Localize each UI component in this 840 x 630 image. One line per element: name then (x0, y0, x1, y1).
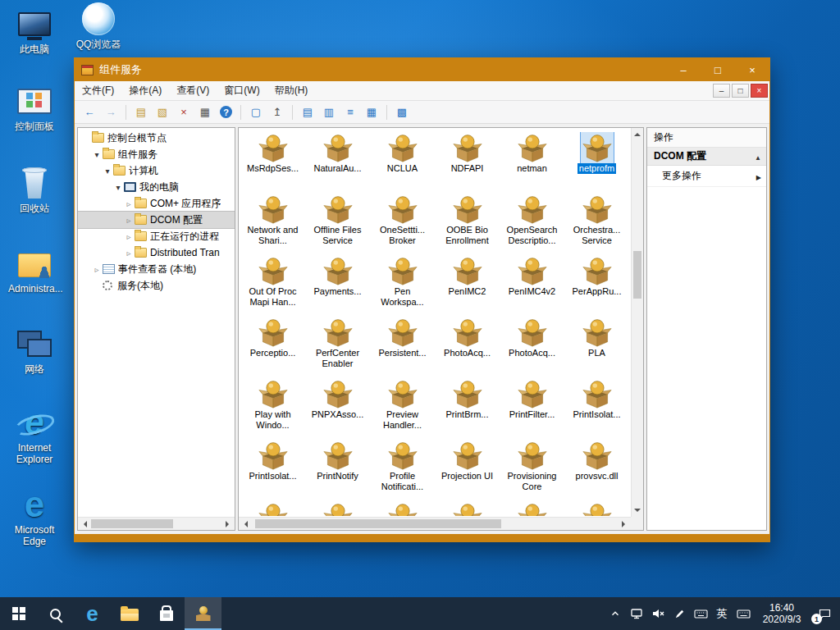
dcom-app-item[interactable] (371, 501, 435, 516)
desktop-icon[interactable]: Internet Explorer (8, 405, 61, 465)
dcom-app-item[interactable]: Payments... (306, 255, 370, 317)
dcom-app-item[interactable]: PLA (565, 317, 629, 378)
dcom-app-item[interactable] (565, 501, 629, 516)
search-button[interactable] (37, 597, 74, 630)
dcom-app-item[interactable]: Provisioning Core (500, 440, 564, 501)
taskbar-clock[interactable]: 16:40 2020/9/3 (755, 597, 809, 630)
help-button[interactable]: ? (220, 106, 232, 118)
small-icons-view-button[interactable]: ▥ (319, 103, 339, 121)
menu-item[interactable]: 窗口(W) (217, 81, 267, 100)
toolbar-separator[interactable] (126, 105, 126, 120)
volume-muted-icon[interactable] (648, 597, 668, 630)
dcom-app-item[interactable]: Perceptio... (241, 317, 305, 378)
edge-taskbar-icon[interactable] (74, 597, 111, 630)
dcom-app-item[interactable]: Profile Notificati... (371, 440, 435, 501)
dcom-app-item[interactable]: PenIMC4v2 (500, 255, 564, 317)
scroll-right-arrow[interactable] (622, 521, 628, 527)
tray-chevron-up-icon[interactable] (605, 597, 625, 630)
toolbar-separator[interactable] (292, 105, 293, 120)
scrollbar-thumb[interactable] (255, 519, 501, 528)
details-view-button[interactable]: ▦ (362, 103, 381, 121)
tree-item[interactable]: 我的电脑 (78, 179, 235, 195)
tree-horizontal-scrollbar[interactable] (78, 517, 235, 530)
dcom-app-item[interactable]: Network and Shari... (241, 194, 305, 255)
dcom-app-item[interactable]: Pen Workspa... (371, 255, 435, 317)
dcom-app-item[interactable]: PrintNotify (306, 440, 370, 501)
dcom-app-item[interactable] (436, 501, 500, 516)
tree-expander-icon[interactable] (124, 216, 134, 225)
menu-item[interactable]: 操作(A) (121, 81, 169, 100)
collapse-icon[interactable] (755, 151, 761, 162)
dcom-app-item[interactable]: provsvc.dll (565, 440, 629, 501)
list-horizontal-scrollbar[interactable] (239, 517, 631, 530)
tree-expander-icon[interactable] (124, 232, 134, 241)
tree-expander-icon[interactable] (103, 167, 112, 176)
menu-item[interactable]: 文件(F) (75, 81, 121, 100)
action-center-icon[interactable]: 1 (810, 597, 838, 630)
tree-item[interactable]: COM+ 应用程序 (78, 195, 235, 212)
store-taskbar-icon[interactable] (148, 597, 185, 630)
dcom-app-item[interactable] (241, 501, 305, 516)
tree-expander-icon[interactable] (124, 249, 134, 258)
back-button[interactable]: ← (80, 103, 99, 121)
tree-item[interactable]: Distributed Tran (78, 244, 235, 261)
delete-button[interactable]: × (174, 103, 194, 121)
dcom-app-item[interactable]: PhotoAcq... (436, 317, 500, 378)
forward-button[interactable]: → (101, 103, 121, 121)
dcom-app-item[interactable]: OOBE Bio Enrollment (436, 194, 500, 255)
dcom-app-item[interactable]: PNPXAsso... (306, 378, 370, 440)
new-window-button[interactable]: ▧ (153, 103, 172, 121)
child-minimize-button[interactable]: – (713, 84, 730, 98)
dcom-app-item[interactable]: NaturalAu... (306, 132, 370, 194)
dcom-app-item[interactable]: PrintBrm... (436, 378, 500, 440)
dcom-app-item[interactable]: PrintFilter... (500, 378, 564, 440)
desktop-icon[interactable]: Microsoft Edge (8, 487, 61, 547)
dcom-app-item[interactable]: Projection UI (436, 440, 500, 501)
large-icons-view-button[interactable]: ▤ (298, 103, 317, 121)
dcom-app-item[interactable]: PrintIsolat... (241, 440, 305, 501)
scrollbar-thumb[interactable] (91, 519, 173, 528)
tree-expander-icon[interactable] (92, 265, 102, 274)
tree-item[interactable]: 服务(本地) (78, 277, 235, 294)
dcom-app-item[interactable]: PerfCenter Enabler (306, 317, 370, 378)
close-button[interactable]: × (735, 58, 769, 81)
scrollbar-thumb[interactable] (633, 251, 641, 299)
scroll-up-arrow[interactable] (634, 130, 641, 136)
more-actions-item[interactable]: 更多操作 (647, 166, 766, 187)
show-hide-tree-button[interactable]: ▢ (246, 103, 266, 121)
keyboard-tray-icon[interactable] (691, 597, 710, 630)
desktop-icon[interactable]: 控制面板 (8, 84, 61, 132)
minimize-button[interactable]: – (666, 58, 701, 81)
network-tray-icon[interactable] (627, 597, 646, 630)
tree-item[interactable]: DCOM 配置 (78, 212, 235, 228)
tree-expander-icon[interactable] (124, 199, 134, 208)
customize-view-button[interactable]: ▩ (392, 103, 412, 121)
touch-keyboard-icon[interactable] (733, 597, 753, 630)
dcom-app-item[interactable] (500, 501, 564, 516)
toolbar-separator[interactable] (240, 105, 241, 120)
dcom-app-item[interactable] (306, 501, 370, 516)
toolbar-separator[interactable] (386, 105, 387, 120)
dcom-app-item[interactable]: OpenSearch Descriptio... (500, 194, 564, 255)
dcom-app-item[interactable]: NDFAPI (436, 132, 500, 194)
dcom-app-item[interactable]: PerAppRu... (565, 255, 629, 317)
dcom-app-item[interactable]: Orchestra... Service (565, 194, 629, 255)
scroll-right-arrow[interactable] (226, 521, 232, 527)
dcom-app-item[interactable]: Persistent... (371, 317, 435, 378)
scroll-left-arrow[interactable] (241, 521, 248, 527)
child-restore-button[interactable]: □ (732, 84, 749, 98)
menu-item[interactable]: 查看(V) (169, 81, 217, 100)
dcom-app-item[interactable]: Preview Handler... (371, 378, 435, 440)
tree-item[interactable]: 正在运行的进程 (78, 228, 235, 244)
scroll-left-arrow[interactable] (80, 521, 87, 527)
menu-item[interactable]: 帮助(H) (267, 81, 316, 100)
child-close-button[interactable]: × (751, 84, 768, 98)
desktop-icon[interactable]: QQ浏览器 (72, 2, 125, 50)
start-button[interactable] (0, 597, 37, 630)
dcom-app-item[interactable]: MsRdpSes... (241, 132, 305, 194)
desktop-icon[interactable]: 回收站 (8, 166, 61, 214)
dcom-app-item[interactable]: netprofm (565, 132, 629, 194)
tree-item[interactable]: 组件服务 (78, 146, 235, 162)
list-vertical-scrollbar[interactable] (631, 128, 643, 517)
dcom-app-item[interactable]: PrintIsolat... (565, 378, 629, 440)
